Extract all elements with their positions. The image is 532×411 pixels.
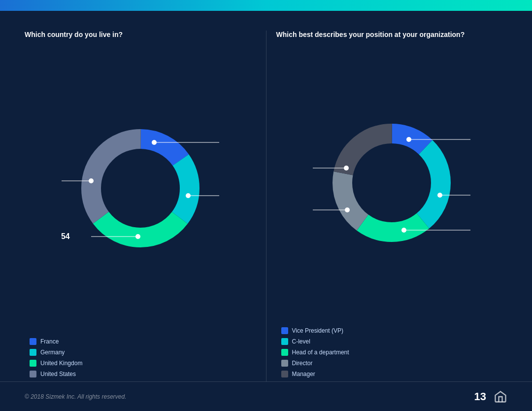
left-legend: France Germany United Kingdom United Sta… <box>25 338 82 381</box>
vp-color <box>281 327 288 334</box>
france-color <box>30 338 36 345</box>
director-legend-label: Director <box>292 360 313 367</box>
right-panel-title: Which best describes your position at yo… <box>276 31 465 38</box>
uk-legend-label: United Kingdom <box>40 360 82 367</box>
us-color <box>30 371 36 377</box>
uk-label: 154 <box>62 232 70 240</box>
right-donut-chart: 12% 27% 21% 18% <box>313 104 470 262</box>
page-number: 13 <box>474 390 486 403</box>
left-panel-title: Which country do you live in? <box>25 31 123 38</box>
legend-uk: United Kingdom <box>30 360 82 367</box>
head-color <box>281 349 288 356</box>
legend-head: Head of a department <box>281 349 349 356</box>
germany-legend-label: Germany <box>40 349 65 356</box>
head-legend-label: Head of a department <box>292 349 349 356</box>
left-chart-container: 79 105 154 184 <box>25 48 256 328</box>
footer: © 2018 Sizmek Inc. All rights reserved. … <box>0 381 532 411</box>
manager-color <box>281 371 288 377</box>
france-legend-label: France <box>40 338 59 345</box>
legend-manager: Manager <box>281 371 349 377</box>
legend-vp: Vice President (VP) <box>281 327 349 334</box>
left-panel: Which country do you live in? <box>25 31 256 381</box>
copyright-text: © 2018 Sizmek Inc. All rights reserved. <box>25 393 126 400</box>
right-legend: Vice President (VP) C-level Head of a de… <box>276 327 349 381</box>
vp-legend-label: Vice President (VP) <box>292 327 344 334</box>
panel-divider <box>266 31 266 381</box>
clevel-legend-label: C-level <box>292 338 310 345</box>
us-legend-label: United States <box>40 371 76 377</box>
director-color <box>281 360 288 367</box>
svg-point-14 <box>353 144 430 221</box>
svg-point-4 <box>102 150 179 227</box>
uk-color <box>30 360 36 367</box>
right-chart-container: 12% 27% 21% 18% <box>276 48 508 317</box>
legend-clevel: C-level <box>281 338 349 345</box>
manager-legend-label: Manager <box>292 371 315 377</box>
legend-germany: Germany <box>30 349 82 356</box>
right-panel: Which best describes your position at yo… <box>276 31 508 381</box>
germany-color <box>30 349 36 356</box>
home-icon[interactable] <box>494 390 507 404</box>
footer-right: 13 <box>474 390 507 404</box>
legend-france: France <box>30 338 82 345</box>
legend-us: United States <box>30 371 82 377</box>
left-donut-chart: 79 105 154 184 <box>62 109 219 267</box>
top-bar <box>0 0 532 11</box>
clevel-color <box>281 338 288 345</box>
legend-director: Director <box>281 360 349 367</box>
